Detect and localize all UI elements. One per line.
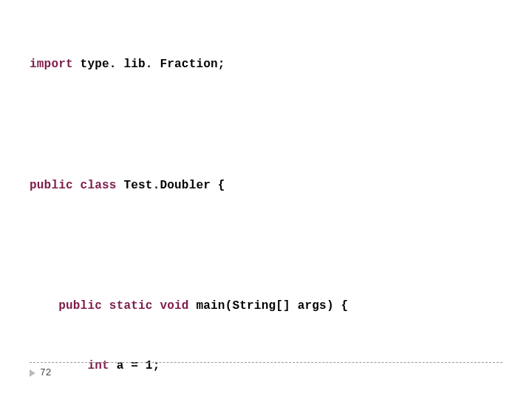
slide: import type. lib. Fraction; public class…: [0, 0, 532, 399]
code-line: import type. lib. Fraction;: [30, 55, 502, 75]
blank-line: [30, 236, 502, 256]
indent: [30, 299, 58, 313]
code-text: main(String[] args) {: [189, 299, 349, 313]
page-indicator: 72: [30, 367, 502, 378]
code-text: Test.Doubler {: [117, 179, 225, 192]
code-line: public static void main(String[] args) {: [30, 296, 502, 316]
keyword: public class: [30, 179, 117, 192]
triangle-icon: [30, 369, 35, 377]
blank-line: [30, 115, 502, 135]
keyword: import: [30, 58, 73, 71]
code-block: import type. lib. Fraction; public class…: [30, 15, 502, 399]
footer-divider: [30, 362, 502, 363]
code-text: type. lib. Fraction;: [73, 58, 225, 71]
code-line: public class Test.Doubler {: [30, 176, 502, 196]
page-number: 72: [40, 367, 52, 378]
slide-footer: 72: [30, 362, 502, 378]
keyword: public static void: [58, 299, 188, 313]
